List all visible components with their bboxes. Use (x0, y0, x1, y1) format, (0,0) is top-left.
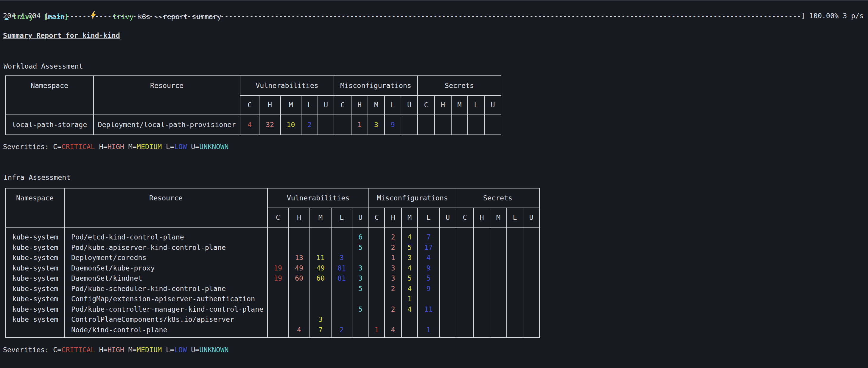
namespace-header: Namespace (5, 76, 94, 115)
workload-assessment-table: NamespaceResourceVulnerabilitiesMisconfi… (5, 76, 501, 135)
severity-value-line (490, 263, 506, 274)
vulnerabilities-critical-column: 1919 (268, 227, 288, 338)
severity-value-line: 3 (310, 314, 331, 325)
legend-key: L= (162, 143, 174, 150)
vulnerabilities-unknown-value (318, 115, 334, 135)
severity-value-line (490, 232, 506, 243)
severity-value-line (268, 284, 288, 294)
severity-letter-header: U (318, 95, 334, 115)
severity-value-line (490, 284, 506, 294)
severity-value-line (474, 232, 490, 243)
legend-key: M= (124, 346, 137, 354)
secrets-medium-column (490, 227, 507, 338)
vulnerabilities-medium-column: 114960 37 (310, 227, 331, 338)
severity-value-line (289, 294, 309, 304)
severity-value-line (440, 304, 456, 315)
vulnerabilities-critical-value: 4 (240, 115, 259, 135)
secrets-unknown-column (523, 227, 539, 338)
severity-value-line (474, 263, 490, 274)
severity-value-line (310, 284, 331, 294)
severity-letter-header: L (507, 208, 523, 227)
severity-value-line: 17 (418, 243, 439, 253)
severity-value-line (440, 314, 456, 325)
vulnerabilities-unknown-column: 65 335 5 (352, 227, 369, 338)
severity-value-line: 2 (332, 325, 352, 335)
secrets-high-value (435, 115, 451, 135)
severity-value-line (474, 294, 490, 304)
severity-value-line: 1 (369, 325, 384, 335)
severity-value-line: 49 (310, 263, 331, 274)
misconfigurations-medium-value: 3 (368, 115, 384, 135)
severity-letter-header: M (368, 95, 384, 115)
severity-value-line (289, 314, 309, 325)
severity-value-line (352, 294, 369, 304)
severity-value-line (332, 314, 352, 325)
resource-line: ControlPlaneComponents/k8s.io/apiserver (65, 314, 267, 325)
severity-value-line: 3 (385, 263, 401, 274)
severity-value-line: 4 (385, 325, 401, 335)
group-header-secrets: Secrets (456, 188, 539, 208)
legend-label: Severities: (3, 346, 53, 354)
severity-value-line (310, 243, 331, 253)
severity-value-line: 1 (402, 294, 417, 304)
legend-severity-critical: CRITICAL (61, 143, 95, 150)
severity-value-line: 81 (332, 273, 352, 284)
misconfigurations-high-value: 1 (351, 115, 368, 135)
severity-letter-header: U (523, 208, 539, 227)
severity-value-line: 5 (402, 273, 417, 284)
legend-severity-unknown: UNKNOWN (199, 346, 228, 354)
report-title: Summary Report for kind-kind (3, 30, 120, 41)
namespace-line: kube-system (6, 294, 64, 304)
legend-severity-critical: CRITICAL (61, 346, 95, 354)
severity-value-line (507, 284, 523, 294)
severity-value-line (523, 243, 539, 253)
misconfigurations-critical-value (334, 115, 351, 135)
severity-value-line: 3 (352, 273, 369, 284)
severity-value-line (507, 263, 523, 274)
severity-value-line (268, 232, 288, 243)
legend-severity-medium: MEDIUM (137, 346, 162, 354)
severity-value-line: 7 (418, 232, 439, 243)
severity-letter-header: U (401, 95, 417, 115)
severity-value-line (352, 325, 369, 335)
severity-legend: Severities: C=CRITICAL H=HIGH M=MEDIUM L… (3, 142, 228, 152)
severity-value-line: 4 (402, 263, 417, 274)
severity-value-line (418, 314, 439, 325)
severity-value-line (289, 232, 309, 243)
severity-value-line (523, 232, 539, 243)
severity-value-line (507, 243, 523, 253)
severity-value-line (456, 325, 473, 335)
legend-key: C= (53, 143, 61, 150)
namespace-line (6, 325, 64, 335)
severity-value-line: 7 (310, 325, 331, 335)
severity-value-line: 3 (385, 273, 401, 284)
severity-value-line (369, 273, 384, 284)
infra-assessment-table: NamespaceResourceVulnerabilitiesMisconfi… (5, 188, 540, 338)
severity-value-line (507, 304, 523, 315)
severity-value-line: 5 (352, 284, 369, 294)
severity-value-line (268, 294, 288, 304)
vulnerabilities-high-value: 32 (259, 115, 281, 135)
severity-value-line (474, 284, 490, 294)
severity-value-line: 49 (289, 263, 309, 274)
misconfigurations-high-column: 221332 2 4 (384, 227, 402, 338)
severity-letter-header: C (456, 208, 474, 227)
severity-value-line (507, 325, 523, 335)
severity-value-line: 81 (332, 263, 352, 274)
severity-value-line (456, 284, 473, 294)
severity-value-line: 5 (402, 243, 417, 253)
severity-value-line: 19 (268, 273, 288, 284)
severity-value-line: 19 (268, 263, 288, 274)
namespace-line: kube-system (6, 232, 64, 243)
group-header-secrets: Secrets (417, 76, 501, 95)
secrets-critical-column (456, 227, 474, 338)
progress-bar: ----------------------------------------… (49, 11, 801, 20)
severity-value-line (456, 263, 473, 274)
severity-value-line: 2 (385, 232, 401, 243)
misconfigurations-unknown-value (401, 115, 417, 135)
severity-value-line: 3 (352, 263, 369, 274)
legend-severity-high: HIGH (107, 143, 124, 150)
severity-value-line (289, 243, 309, 253)
scan-progress-line: 204 / 204 [-----------------------------… (3, 11, 864, 21)
secrets-high-column (474, 227, 490, 338)
